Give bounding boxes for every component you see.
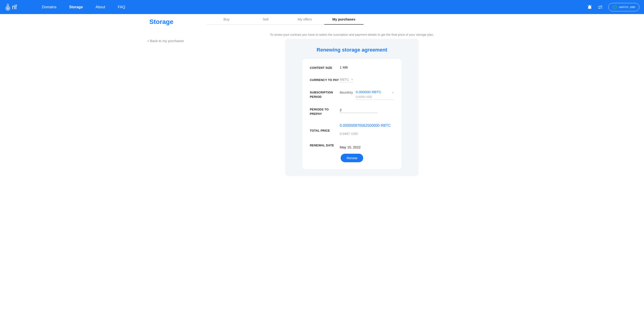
content-size-value: 1 MB — [340, 65, 394, 69]
periods-prepay-input[interactable] — [340, 107, 378, 113]
row-content-size: CONTENT SIZE 1 MB — [310, 65, 394, 70]
subscription-price-select[interactable]: 0.000000 RBTC 0.0250 USD ▼ — [356, 90, 394, 100]
row-currency: CURRENCY TO PAY RBTC ▼ — [310, 78, 394, 82]
back-to-purchases-link[interactable]: < Back to my purchases — [147, 39, 207, 43]
nav-storage[interactable]: Storage — [69, 4, 83, 10]
subscription-price: 0.000000 RBTC — [356, 90, 390, 94]
currency-label: CURRENCY TO PAY — [310, 78, 340, 82]
header-left: rif Domains Storage About FAQ — [4, 3, 125, 11]
wallet-button[interactable]: 0xFFCF...09f0 — [608, 3, 640, 11]
subscription-interval: Monthly — [340, 90, 353, 94]
chevron-down-icon: ▼ — [351, 78, 353, 81]
left-sidebar: Storage < Back to my purchases — [147, 14, 207, 185]
notifications-icon[interactable] — [587, 4, 592, 10]
storage-tabs: Buy Sell My offers My purchases — [207, 14, 364, 24]
rif-logo-icon — [4, 3, 11, 11]
app-header: rif Domains Storage About FAQ 0xFFCF...0… — [0, 0, 644, 14]
nav-domains[interactable]: Domains — [42, 4, 56, 10]
content-size-label: CONTENT SIZE — [310, 65, 340, 70]
page-title: Storage — [150, 18, 207, 26]
renew-card: Renewing storage agreement CONTENT SIZE … — [285, 39, 419, 176]
periods-prepay-label: PERIODS TO PREPAY — [310, 107, 340, 116]
brand-logo[interactable]: rif — [4, 3, 16, 11]
tab-my-offers[interactable]: My offers — [285, 14, 324, 24]
tab-buy[interactable]: Buy — [207, 14, 246, 24]
brand-name: rif — [12, 4, 16, 11]
subscription-price-usd: 0.0250 USD — [356, 95, 390, 98]
content: Storage < Back to my purchases Buy Sell … — [142, 14, 502, 185]
total-price-usd: 0.0497 USD — [340, 132, 394, 136]
tab-sell[interactable]: Sell — [246, 14, 285, 24]
check-circle-icon — [613, 5, 617, 9]
instruction-text: To renew your contract you have to selec… — [207, 33, 497, 36]
chevron-down-icon: ▼ — [392, 90, 394, 94]
main-column: Buy Sell My offers My purchases To renew… — [207, 14, 497, 185]
card-title: Renewing storage agreement — [290, 47, 414, 53]
row-periods-prepay: PERIODS TO PREPAY — [310, 107, 394, 116]
currency-select[interactable]: RBTC ▼ — [340, 78, 353, 82]
wallet-address: 0xFFCF...09f0 — [619, 6, 635, 8]
tab-my-purchases[interactable]: My purchases — [324, 14, 364, 24]
currency-value: RBTC — [340, 78, 349, 82]
renew-form: CONTENT SIZE 1 MB CURRENCY TO PAY RBTC ▼… — [302, 59, 402, 169]
row-subscription-period: SUBSCRIPTION PERIOD Monthly 0.000000 RBT… — [310, 90, 394, 100]
row-renewal-date: RENEWAL DATE May 15, 2022 — [310, 143, 394, 149]
header-right: 0xFFCF...09f0 — [587, 3, 640, 11]
primary-nav: Domains Storage About FAQ — [42, 4, 125, 10]
renewal-date-label: RENEWAL DATE — [310, 143, 340, 148]
nav-faq[interactable]: FAQ — [118, 4, 125, 10]
renew-button[interactable]: Renew — [341, 154, 364, 162]
nav-about[interactable]: About — [96, 4, 105, 10]
renewal-date-value: May 15, 2022 — [340, 143, 394, 149]
row-total-price: TOTAL PRICE 0.000000976562500000 RBTC 0.… — [310, 124, 394, 136]
total-price-label: TOTAL PRICE — [310, 124, 340, 133]
subscription-period-label: SUBSCRIPTION PERIOD — [310, 90, 340, 99]
swap-icon[interactable] — [598, 5, 603, 9]
total-price-value: 0.000000976562500000 RBTC — [340, 124, 394, 128]
